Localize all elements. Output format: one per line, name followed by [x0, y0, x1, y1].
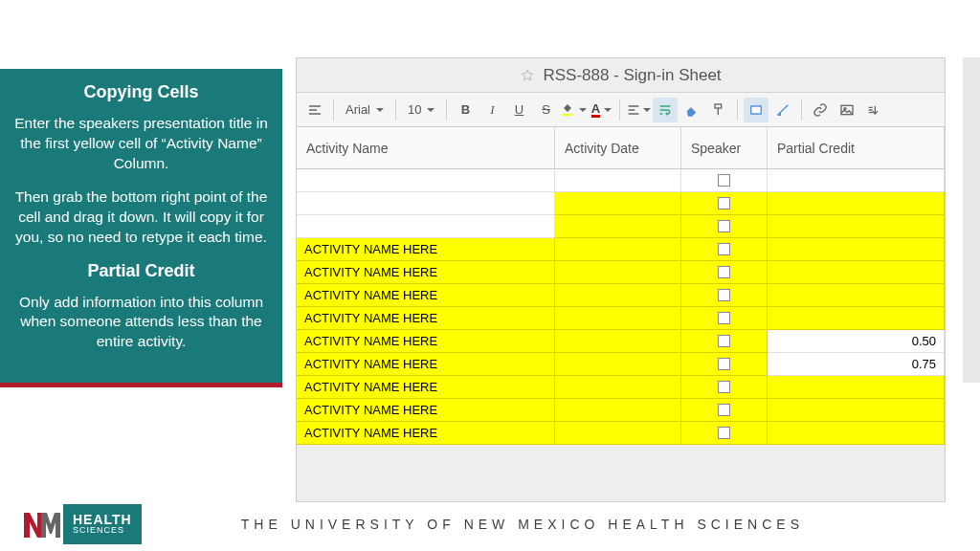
cell-activity-name[interactable]: ACTIVITY NAME HERE: [297, 238, 555, 261]
cell-partial-credit[interactable]: [768, 192, 945, 215]
cell-activity-date[interactable]: [555, 284, 681, 307]
borders-button[interactable]: [770, 98, 795, 122]
star-icon[interactable]: [520, 68, 535, 83]
cell-partial-credit[interactable]: [768, 376, 945, 399]
cell-activity-name[interactable]: ACTIVITY NAME HERE: [297, 307, 555, 330]
table-row: ACTIVITY NAME HERE: [297, 307, 945, 330]
checkbox-icon[interactable]: [718, 381, 730, 393]
text-color-button[interactable]: A: [589, 98, 613, 122]
cell-speaker[interactable]: [681, 284, 768, 307]
italic-button[interactable]: I: [479, 98, 504, 122]
clear-format-button[interactable]: [679, 98, 704, 122]
checkbox-icon[interactable]: [718, 335, 730, 347]
header-speaker[interactable]: Speaker: [681, 127, 768, 168]
checkbox-icon[interactable]: [718, 243, 730, 255]
cell-speaker[interactable]: [681, 399, 768, 422]
cell-speaker[interactable]: [681, 261, 768, 284]
sidebar-heading-copying: Copying Cells: [13, 82, 269, 102]
cell-partial-credit[interactable]: [768, 307, 945, 330]
footer-text: THE UNIVERSITY OF NEW MEXICO HEALTH SCIE…: [142, 517, 980, 532]
nm-logo-icon: [19, 504, 63, 544]
checkbox-icon[interactable]: [718, 220, 730, 232]
cell-partial-credit[interactable]: [768, 422, 945, 445]
cell-activity-name[interactable]: ACTIVITY NAME HERE: [297, 284, 555, 307]
cell-activity-name[interactable]: ACTIVITY NAME HERE: [297, 399, 555, 422]
column-headers: Activity Name Activity Date Speaker Part…: [297, 127, 945, 169]
checkbox-icon[interactable]: [718, 358, 730, 370]
strikethrough-button[interactable]: S: [533, 98, 558, 122]
cell-activity-name[interactable]: ACTIVITY NAME HERE: [297, 353, 555, 376]
header-activity-date[interactable]: Activity Date: [555, 127, 681, 168]
cell-activity-name[interactable]: [297, 169, 555, 192]
cell-activity-date[interactable]: [555, 215, 681, 238]
unm-health-logo: HEALTH SCIENCES: [19, 504, 142, 544]
checkbox-icon[interactable]: [718, 174, 730, 187]
cell-activity-date[interactable]: [555, 353, 681, 376]
cell-activity-name[interactable]: [297, 192, 555, 215]
align-left-button[interactable]: [626, 98, 651, 122]
sidebar-heading-partial: Partial Credit: [13, 261, 269, 281]
cell-speaker[interactable]: [681, 192, 768, 215]
cell-activity-date[interactable]: [555, 192, 681, 215]
checkbox-icon[interactable]: [718, 266, 730, 278]
fill-color-button[interactable]: [560, 98, 587, 122]
sheet-rows: ACTIVITY NAME HEREACTIVITY NAME HEREACTI…: [297, 169, 945, 445]
cell-speaker[interactable]: [681, 169, 768, 192]
indent-left-icon[interactable]: [302, 98, 327, 122]
cell-partial-credit[interactable]: [768, 238, 945, 261]
cell-activity-date[interactable]: [555, 307, 681, 330]
underline-button[interactable]: U: [506, 98, 531, 122]
cell-activity-date[interactable]: [555, 169, 681, 192]
link-button[interactable]: [808, 98, 833, 122]
bold-button[interactable]: B: [453, 98, 478, 122]
header-activity-name[interactable]: Activity Name: [297, 127, 555, 168]
cell-activity-name[interactable]: ACTIVITY NAME HERE: [297, 376, 555, 399]
checkbox-icon[interactable]: [718, 312, 730, 324]
cell-activity-date[interactable]: [555, 238, 681, 261]
font-size-dropdown[interactable]: 10: [402, 98, 440, 122]
checkbox-icon[interactable]: [718, 427, 730, 439]
cell-activity-name[interactable]: ACTIVITY NAME HERE: [297, 422, 555, 445]
sheet-title-bar: RSS-888 - Sign-in Sheet: [297, 58, 945, 93]
insert-button[interactable]: [861, 98, 886, 122]
cell-speaker[interactable]: [681, 353, 768, 376]
cell-activity-name[interactable]: ACTIVITY NAME HERE: [297, 261, 555, 284]
table-row: ACTIVITY NAME HERE: [297, 399, 945, 422]
cell-partial-credit[interactable]: [768, 215, 945, 238]
header-partial-credit[interactable]: Partial Credit: [768, 127, 945, 168]
cell-speaker[interactable]: [681, 376, 768, 399]
cell-speaker[interactable]: [681, 307, 768, 330]
scrollbar-thumb[interactable]: [963, 57, 980, 383]
cell-activity-date[interactable]: [555, 376, 681, 399]
checkbox-icon[interactable]: [718, 404, 730, 416]
format-paint-button[interactable]: [706, 98, 731, 122]
cell-activity-name[interactable]: ACTIVITY NAME HERE: [297, 330, 555, 353]
checkbox-icon[interactable]: [718, 289, 730, 301]
checkbox-icon[interactable]: [718, 197, 730, 209]
cell-activity-date[interactable]: [555, 422, 681, 445]
cell-speaker[interactable]: [681, 330, 768, 353]
table-row: ACTIVITY NAME HERE0.50: [297, 330, 945, 353]
image-button[interactable]: [835, 98, 859, 122]
cell-speaker[interactable]: [681, 215, 768, 238]
health-sciences-label: HEALTH SCIENCES: [63, 504, 142, 544]
table-row: ACTIVITY NAME HERE: [297, 376, 945, 399]
table-row: ACTIVITY NAME HERE: [297, 261, 945, 284]
cell-partial-credit[interactable]: [768, 169, 945, 192]
wrap-text-button[interactable]: [653, 98, 678, 122]
cell-activity-date[interactable]: [555, 330, 681, 353]
cell-partial-credit[interactable]: [768, 284, 945, 307]
cell-speaker[interactable]: [681, 238, 768, 261]
font-family-dropdown[interactable]: Arial: [340, 98, 390, 122]
cell-partial-credit[interactable]: 0.75: [768, 353, 945, 376]
cell-activity-date[interactable]: [555, 399, 681, 422]
merge-cells-button[interactable]: [744, 98, 768, 122]
cell-activity-name[interactable]: [297, 215, 555, 238]
cell-speaker[interactable]: [681, 422, 768, 445]
cell-partial-credit[interactable]: [768, 261, 945, 284]
footer: HEALTH SCIENCES THE UNIVERSITY OF NEW ME…: [0, 497, 980, 551]
cell-partial-credit[interactable]: [768, 399, 945, 422]
cell-partial-credit[interactable]: 0.50: [768, 330, 945, 353]
cell-activity-date[interactable]: [555, 261, 681, 284]
table-row: ACTIVITY NAME HERE: [297, 422, 945, 445]
